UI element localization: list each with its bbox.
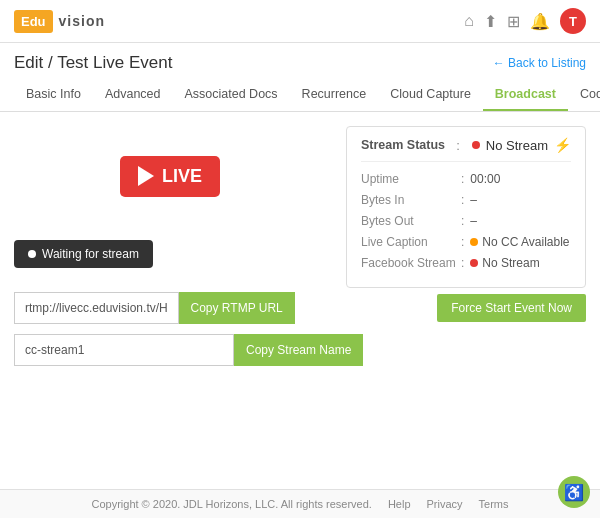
facebook-label: Facebook Stream (361, 256, 461, 270)
tab-basic-info[interactable]: Basic Info (14, 79, 93, 111)
logo: Edu vision (14, 10, 105, 33)
waiting-dot (28, 250, 36, 258)
page-title: Edit / Test Live Event (14, 53, 172, 73)
play-icon (138, 166, 154, 186)
waiting-badge: Waiting for stream (14, 240, 153, 268)
upload-icon[interactable]: ⬆ (484, 12, 497, 31)
bytes-in-label: Bytes In (361, 193, 461, 207)
bytes-out-label: Bytes Out (361, 214, 461, 228)
stream-status-box: Stream Status : No Stream ⚡ Uptime : 00:… (346, 126, 586, 288)
live-caption-label: Live Caption (361, 235, 461, 249)
footer-terms-link[interactable]: Terms (479, 498, 509, 510)
rtmp-input[interactable] (14, 292, 179, 324)
footer: Copyright © 2020. JDL Horizons, LLC. All… (0, 489, 600, 518)
tabs-bar: Basic Info Advanced Associated Docs Recu… (0, 79, 600, 112)
back-to-listing-link[interactable]: ← Back to Listing (493, 56, 586, 70)
uptime-value: 00:00 (470, 172, 500, 186)
logo-text: vision (59, 13, 105, 29)
footer-privacy-link[interactable]: Privacy (427, 498, 463, 510)
tab-recurrence[interactable]: Recurrence (290, 79, 379, 111)
status-row-uptime: Uptime : 00:00 (361, 172, 571, 186)
live-label: LIVE (162, 166, 202, 187)
live-caption-value: No CC Available (470, 235, 569, 249)
stream-name-input[interactable] (14, 334, 234, 366)
waiting-label: Waiting for stream (42, 247, 139, 261)
tab-codes[interactable]: Codes (568, 79, 600, 111)
header: Edu vision ⌂ ⬆ ⊞ 🔔 T (0, 0, 600, 43)
stream-status-title: Stream Status (361, 138, 445, 152)
home-icon[interactable]: ⌂ (464, 12, 474, 30)
flash-icon[interactable]: ⚡ (554, 137, 571, 153)
uptime-label: Uptime (361, 172, 461, 186)
top-section: LIVE Waiting for stream Stream Status : … (14, 126, 586, 288)
avatar[interactable]: T (560, 8, 586, 34)
tab-advanced[interactable]: Advanced (93, 79, 173, 111)
status-row-facebook: Facebook Stream : No Stream (361, 256, 571, 270)
bell-icon[interactable]: 🔔 (530, 12, 550, 31)
stream-status-dot (472, 141, 480, 149)
live-caption-dot (470, 238, 478, 246)
footer-copyright: Copyright © 2020. JDL Horizons, LLC. All… (91, 498, 371, 510)
force-start-button[interactable]: Force Start Event Now (437, 294, 586, 322)
left-panel: LIVE Waiting for stream (14, 126, 326, 288)
bytes-out-value: – (470, 214, 477, 228)
tab-broadcast[interactable]: Broadcast (483, 79, 568, 111)
live-badge: LIVE (120, 156, 220, 197)
status-row-live-caption: Live Caption : No CC Available (361, 235, 571, 249)
content-area: LIVE Waiting for stream Stream Status : … (0, 126, 600, 436)
tab-cloud-capture[interactable]: Cloud Capture (378, 79, 483, 111)
live-thumbnail: LIVE (80, 126, 260, 226)
accessibility-button[interactable]: ♿ (558, 476, 590, 508)
logo-box: Edu (14, 10, 53, 33)
right-panel: Stream Status : No Stream ⚡ Uptime : 00:… (346, 126, 586, 288)
status-row-bytes-out: Bytes Out : – (361, 214, 571, 228)
copy-rtmp-button[interactable]: Copy RTMP URL (179, 292, 295, 324)
stream-status-value: No Stream (486, 138, 548, 153)
page-title-row: Edit / Test Live Event ← Back to Listing (0, 43, 600, 79)
tab-associated-docs[interactable]: Associated Docs (173, 79, 290, 111)
grid-icon[interactable]: ⊞ (507, 12, 520, 31)
header-icons: ⌂ ⬆ ⊞ 🔔 T (464, 8, 586, 34)
bytes-in-value: – (470, 193, 477, 207)
stream-status-colon: : (456, 138, 460, 153)
rtmp-row: Copy RTMP URL Force Start Event Now (14, 292, 586, 324)
bottom-section: Copy RTMP URL Force Start Event Now Copy… (14, 292, 586, 366)
copy-stream-name-button[interactable]: Copy Stream Name (234, 334, 363, 366)
facebook-value: No Stream (470, 256, 539, 270)
stream-status-header: Stream Status : No Stream ⚡ (361, 137, 571, 162)
status-row-bytes-in: Bytes In : – (361, 193, 571, 207)
stream-name-row: Copy Stream Name (14, 334, 586, 366)
facebook-dot (470, 259, 478, 267)
footer-help-link[interactable]: Help (388, 498, 411, 510)
